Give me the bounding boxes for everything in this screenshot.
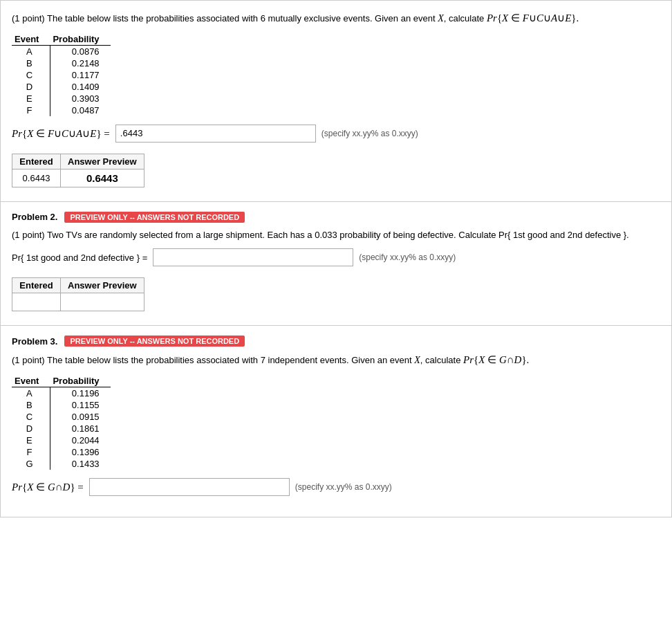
probability-cell: 0.1409 <box>50 81 110 93</box>
event-cell: G <box>12 458 50 470</box>
table-row: F0.1396 <box>12 446 111 458</box>
problem-1-preview-value: 0.6443 <box>61 169 144 187</box>
problem-2-preview-table: Entered Answer Preview <box>12 277 144 311</box>
preview-entered-header-2: Entered <box>12 278 61 293</box>
probability-cell: 0.0915 <box>50 411 110 423</box>
problem-2-entered-value <box>12 293 61 311</box>
problem-2-desc: Two TVs are randomly selected from a lar… <box>47 230 629 240</box>
event-cell: E <box>12 434 50 446</box>
problem-2-answer-input[interactable] <box>153 248 353 266</box>
probability-cell: 0.1196 <box>50 387 110 399</box>
event-cell: A <box>12 45 50 57</box>
problem-1-answer-row: Pr{X ∈ F∪C∪A∪E} = (specify xx.yy% as 0.x… <box>12 125 660 143</box>
problem-2-preview-area: Entered Answer Preview <box>12 277 660 311</box>
problem-2-preview-row <box>12 293 144 311</box>
problem-3-desc-pre: The table below lists the probabilities … <box>47 355 412 365</box>
problem-2-points: (1 point) <box>12 230 45 240</box>
problem-3-formula-label: Pr{X ∈ G∩D} = <box>12 481 84 493</box>
probability-cell: 0.1177 <box>50 69 110 81</box>
table-row: A0.1196 <box>12 387 111 399</box>
table-row: G0.1433 <box>12 458 111 470</box>
problem-1-section: (1 point) The table below lists the prob… <box>0 0 672 201</box>
table-row: D0.1409 <box>12 81 111 93</box>
problem-2-specify-hint: (specify xx.yy% as 0.xxyy) <box>359 253 456 262</box>
event-cell: E <box>12 93 50 104</box>
probability-cell: 0.0876 <box>50 45 110 57</box>
problem-2-formula-label: Pr{ 1st good and 2nd defective } = <box>12 253 147 263</box>
table-row: C0.1177 <box>12 69 111 81</box>
table-row: B0.2148 <box>12 57 111 69</box>
problem-3-header: Problem 3. PREVIEW ONLY -- ANSWERS NOT R… <box>12 336 660 347</box>
event-cell: C <box>12 411 50 423</box>
problem-1-formula-label: Pr{X ∈ F∪C∪A∪E} = <box>12 127 110 140</box>
problem-2-answer-row: Pr{ 1st good and 2nd defective } = (spec… <box>12 248 660 266</box>
prob-table-probability-header: Probability <box>50 33 110 46</box>
problem-3-prob-table: Event Probability A0.1196B0.1155C0.0915D… <box>12 375 111 470</box>
problem-1-entered-value: 0.6443 <box>12 169 61 187</box>
probability-cell: 0.1433 <box>50 458 110 470</box>
problem-3-formula-inline: Pr{X ∈ G∩D}. <box>463 354 529 365</box>
problem-1-points: (1 point) <box>12 13 45 24</box>
table-row: A0.0876 <box>12 45 111 57</box>
preview-answer-header: Answer Preview <box>61 154 144 169</box>
problem-2-badge: PREVIEW ONLY -- ANSWERS NOT RECORDED <box>64 212 245 223</box>
event-cell: C <box>12 69 50 81</box>
probability-cell: 0.3903 <box>50 93 110 104</box>
problem-1-preview-row: 0.6443 0.6443 <box>12 169 144 187</box>
problem-1-event-var: X <box>438 13 444 24</box>
prob3-table-probability-header: Probability <box>50 375 110 387</box>
table-row: C0.0915 <box>12 411 111 423</box>
problem-1-desc-pre: The table below lists the probabilities … <box>47 13 435 24</box>
problem-3-answer-input[interactable] <box>89 478 290 496</box>
table-row: E0.2044 <box>12 434 111 446</box>
problem-1-answer-input[interactable] <box>115 125 316 143</box>
table-row: B0.1155 <box>12 399 111 411</box>
probability-cell: 0.1861 <box>50 423 110 434</box>
table-row: E0.3903 <box>12 93 111 104</box>
problem-3-label: Problem 3. <box>12 336 57 347</box>
problem-1-preview-table: Entered Answer Preview 0.6443 0.6443 <box>12 154 144 187</box>
event-cell: A <box>12 387 50 399</box>
event-cell: D <box>12 423 50 434</box>
problem-3-description: (1 point) The table below lists the prob… <box>12 352 660 368</box>
problem-1-formula-inline: Pr{X ∈ F∪C∪A∪E}. <box>487 12 579 24</box>
probability-cell: 0.2044 <box>50 434 110 446</box>
problem-1-preview-area: Entered Answer Preview 0.6443 0.6443 <box>12 154 660 187</box>
preview-answer-header-2: Answer Preview <box>61 278 144 293</box>
prob3-table-event-header: Event <box>12 375 50 387</box>
event-cell: B <box>12 57 50 69</box>
table-row: F0.0487 <box>12 104 111 116</box>
problem-3-points: (1 point) <box>12 355 45 365</box>
problem-3-section: Problem 3. PREVIEW ONLY -- ANSWERS NOT R… <box>0 325 672 517</box>
problem-2-description: (1 point) Two TVs are randomly selected … <box>12 228 660 242</box>
problem-2-header: Problem 2. PREVIEW ONLY -- ANSWERS NOT R… <box>12 212 660 223</box>
prob-table-event-header: Event <box>12 33 50 46</box>
problem-3-answer-row: Pr{X ∈ G∩D} = (specify xx.yy% as 0.xxyy) <box>12 478 660 496</box>
event-cell: F <box>12 104 50 116</box>
probability-cell: 0.2148 <box>50 57 110 69</box>
problem-2-section: Problem 2. PREVIEW ONLY -- ANSWERS NOT R… <box>0 201 672 326</box>
table-row: D0.1861 <box>12 423 111 434</box>
probability-cell: 0.1155 <box>50 399 110 411</box>
problem-1-specify-hint: (specify xx.yy% as 0.xxyy) <box>321 129 418 138</box>
event-cell: D <box>12 81 50 93</box>
preview-entered-header: Entered <box>12 154 61 169</box>
probability-cell: 0.1396 <box>50 446 110 458</box>
problem-3-badge: PREVIEW ONLY -- ANSWERS NOT RECORDED <box>64 336 245 347</box>
problem-3-specify-hint: (specify xx.yy% as 0.xxyy) <box>295 482 392 492</box>
problem-2-preview-value <box>61 293 144 311</box>
event-cell: B <box>12 399 50 411</box>
problem-3-event-var: X <box>414 355 420 365</box>
probability-cell: 0.0487 <box>50 104 110 116</box>
event-cell: F <box>12 446 50 458</box>
problem-1-description: (1 point) The table below lists the prob… <box>12 10 660 26</box>
problem-2-label: Problem 2. <box>12 212 57 222</box>
problem-1-prob-table: Event Probability A0.0876B0.2148C0.1177D… <box>12 33 111 116</box>
